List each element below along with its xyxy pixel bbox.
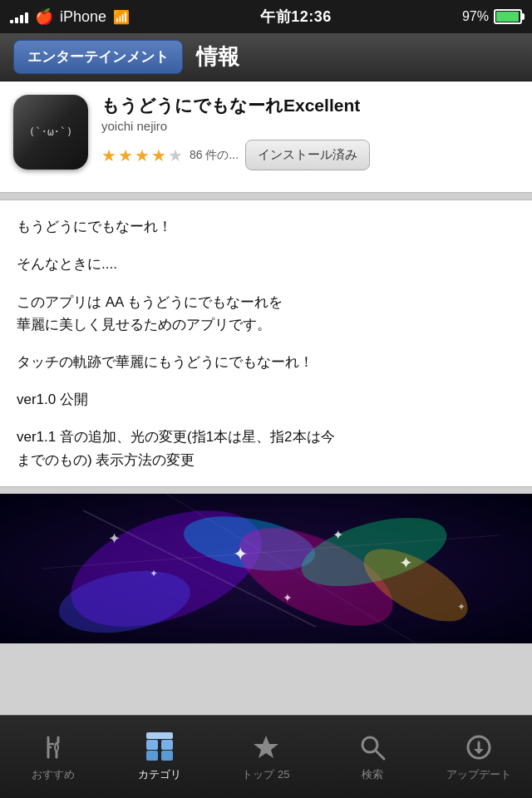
app-icon: (`･ω･`): [13, 95, 88, 170]
star-5: ★: [168, 145, 183, 165]
app-card: (`･ω･`) もうどうにでもなーれExcellent yoichi nejir…: [0, 81, 532, 193]
svg-text:✦: ✦: [332, 528, 343, 542]
app-name: もうどうにでもなーれExcellent: [101, 95, 519, 116]
svg-text:✦: ✦: [150, 568, 158, 579]
tab-featured-label: おすすめ: [32, 767, 75, 782]
svg-rect-26: [146, 732, 173, 739]
app-stars: ★ ★ ★ ★ ★: [101, 145, 183, 165]
svg-rect-23: [161, 751, 173, 761]
app-icon-text: (`･ω･`): [28, 125, 72, 140]
search-icon: [356, 732, 389, 762]
signal-bar-3: [20, 15, 23, 23]
star-4: ★: [151, 145, 166, 165]
tab-featured[interactable]: おすすめ: [0, 726, 106, 789]
svg-text:✦: ✦: [399, 554, 413, 572]
desc-para-5: ver1.0 公開: [17, 388, 515, 411]
app-info: もうどうにでもなーれExcellent yoichi nejiro ★ ★ ★ …: [101, 95, 519, 179]
carrier-label: iPhone: [60, 8, 106, 26]
main-content: (`･ω･`) もうどうにでもなーれExcellent yoichi nejir…: [0, 81, 532, 715]
screenshot-section: ✦ ✦ ✦ ✦ ✦ ✦ ✦: [0, 494, 532, 643]
featured-icon: [37, 732, 70, 762]
signal-bars: [10, 10, 28, 23]
svg-marker-27: [254, 736, 278, 758]
tab-categories[interactable]: カテゴリ: [106, 726, 213, 789]
nav-bar: エンターテインメント 情報: [0, 33, 532, 81]
signal-bar-4: [25, 12, 28, 23]
tab-updates[interactable]: アップデート: [426, 726, 532, 789]
tab-bar: おすすめ カテゴリ トップ 25: [0, 715, 532, 798]
desc-para-6: ver1.1 音の追加、光の変更(指1本は星、指2本は今 までのもの) 表示方法…: [17, 426, 515, 470]
desc-para-3: このアプリは AA もうどうにでもなーれを 華麗に美しく見せるためのアプリです。: [17, 291, 515, 336]
updates-icon: [462, 732, 495, 762]
install-button[interactable]: インストール済み: [245, 140, 370, 170]
desc-para-2: そんなときに....: [17, 253, 515, 275]
signal-bar-2: [15, 17, 18, 23]
app-description: もうどうにでもなーれ！ そんなときに.... このアプリは AA もうどうにでも…: [0, 200, 532, 487]
app-rating-row: ★ ★ ★ ★ ★ 86 件の... インストール済み: [101, 140, 519, 170]
apple-icon: 🍎: [35, 7, 53, 26]
star-2: ★: [118, 145, 133, 165]
top25-icon: [249, 732, 283, 762]
status-time: 午前12:36: [260, 7, 332, 27]
svg-line-29: [376, 751, 384, 759]
tab-updates-label: アップデート: [446, 767, 511, 782]
svg-rect-24: [146, 740, 158, 750]
tab-search[interactable]: 検索: [319, 726, 426, 789]
tab-top25[interactable]: トップ 25: [213, 726, 319, 789]
signal-bar-1: [10, 20, 13, 23]
wifi-icon: 📶: [113, 9, 130, 25]
svg-marker-32: [474, 749, 484, 754]
status-left: 🍎 iPhone 📶: [10, 7, 130, 26]
status-bar: 🍎 iPhone 📶 午前12:36 97%: [0, 0, 532, 33]
tab-categories-label: カテゴリ: [138, 767, 181, 782]
battery-percent: 97%: [462, 9, 489, 24]
back-button[interactable]: エンターテインメント: [13, 40, 183, 74]
desc-para-4: タッチの軌跡で華麗にもうどうにでもなーれ！: [17, 351, 515, 373]
battery-fill: [496, 12, 519, 22]
star-3: ★: [135, 145, 150, 165]
categories-icon: [143, 732, 176, 762]
tab-search-label: 検索: [362, 767, 383, 782]
svg-rect-22: [146, 751, 158, 761]
desc-para-1: もうどうにでもなーれ！: [17, 215, 515, 238]
svg-text:✦: ✦: [283, 591, 293, 604]
status-right: 97%: [462, 9, 522, 24]
rating-count: 86 件の...: [190, 148, 239, 163]
app-author: yoichi nejiro: [101, 119, 519, 133]
svg-text:✦: ✦: [457, 601, 466, 613]
star-1: ★: [101, 145, 116, 165]
screenshot-image: ✦ ✦ ✦ ✦ ✦ ✦ ✦: [0, 494, 532, 643]
page-title: 情報: [196, 42, 239, 71]
svg-text:✦: ✦: [108, 530, 121, 547]
tab-top25-label: トップ 25: [242, 767, 289, 782]
svg-rect-25: [161, 740, 173, 750]
app-icon-inner: (`･ω･`): [13, 95, 88, 170]
battery-icon: [494, 9, 522, 24]
